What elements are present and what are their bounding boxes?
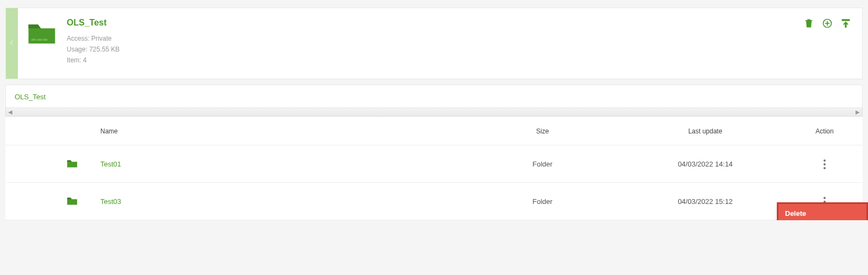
header-meta: OLS_Test Access: Private Usage: 725.55 K… bbox=[67, 18, 119, 66]
trash-icon bbox=[803, 18, 814, 30]
item-size: Folder bbox=[461, 160, 624, 168]
scroll-right-icon[interactable]: ▶ bbox=[856, 109, 860, 115]
collapse-panel-button[interactable] bbox=[6, 8, 18, 79]
kebab-dot-icon bbox=[824, 197, 826, 199]
breadcrumb: OLS_Test bbox=[5, 85, 863, 108]
breadcrumb-item[interactable]: OLS_Test bbox=[15, 93, 46, 101]
upload-button[interactable] bbox=[840, 18, 851, 30]
col-size: Size bbox=[461, 127, 624, 135]
row-menu-button[interactable] bbox=[820, 156, 829, 172]
folder-icon bbox=[43, 158, 100, 170]
file-table: Name Size Last update Action Test01 Fold… bbox=[5, 117, 863, 220]
item-name[interactable]: Test03 bbox=[100, 197, 461, 206]
item-update: 04/03/2022 15:12 bbox=[624, 197, 787, 206]
item-update: 04/03/2022 14:14 bbox=[624, 160, 787, 168]
access-value: Private bbox=[91, 35, 111, 42]
upload-icon bbox=[840, 18, 851, 30]
item-label: Item: bbox=[67, 56, 81, 64]
item-action bbox=[787, 155, 863, 172]
horizontal-scrollbar[interactable]: ◀ ▶ bbox=[5, 108, 863, 117]
chevron-left-icon bbox=[9, 39, 15, 48]
svg-rect-0 bbox=[31, 39, 36, 41]
header-actions bbox=[793, 8, 862, 40]
col-name: Name bbox=[100, 127, 461, 135]
usage-value: 725.55 KB bbox=[89, 46, 119, 53]
col-update: Last update bbox=[624, 127, 787, 135]
usage-line: Usage: 725.55 KB bbox=[67, 44, 119, 55]
folder-icon bbox=[27, 18, 57, 48]
table-header: Name Size Last update Action bbox=[5, 117, 863, 145]
add-circle-icon bbox=[822, 18, 833, 30]
table-row: Test03 Folder 04/03/2022 15:12 Delete bbox=[5, 183, 863, 220]
svg-rect-2 bbox=[43, 39, 48, 41]
delete-button[interactable] bbox=[803, 18, 814, 30]
scroll-left-icon[interactable]: ◀ bbox=[8, 109, 12, 115]
col-action: Action bbox=[787, 127, 863, 135]
kebab-dot-icon bbox=[824, 159, 826, 162]
item-line: Item: 4 bbox=[67, 55, 119, 66]
usage-label: Usage: bbox=[67, 46, 87, 53]
table-row: Test01 Folder 04/03/2022 14:14 bbox=[5, 145, 863, 183]
page-title: OLS_Test bbox=[67, 18, 119, 28]
item-name[interactable]: Test01 bbox=[100, 160, 461, 168]
access-line: Access: Private bbox=[67, 33, 119, 44]
header-card: OLS_Test Access: Private Usage: 725.55 K… bbox=[5, 8, 863, 79]
access-label: Access: bbox=[67, 35, 90, 42]
header-body: OLS_Test Access: Private Usage: 725.55 K… bbox=[18, 8, 793, 75]
folder-icon bbox=[43, 195, 100, 207]
item-action: Delete bbox=[787, 193, 863, 210]
kebab-dot-icon bbox=[824, 163, 826, 165]
item-value: 4 bbox=[83, 56, 87, 64]
row-context-menu: Delete bbox=[777, 202, 868, 220]
item-size: Folder bbox=[461, 197, 624, 206]
add-button[interactable] bbox=[822, 18, 833, 30]
svg-rect-1 bbox=[37, 39, 42, 41]
kebab-dot-icon bbox=[824, 167, 826, 169]
svg-rect-6 bbox=[842, 20, 849, 21]
menu-item-delete[interactable]: Delete bbox=[778, 204, 866, 220]
